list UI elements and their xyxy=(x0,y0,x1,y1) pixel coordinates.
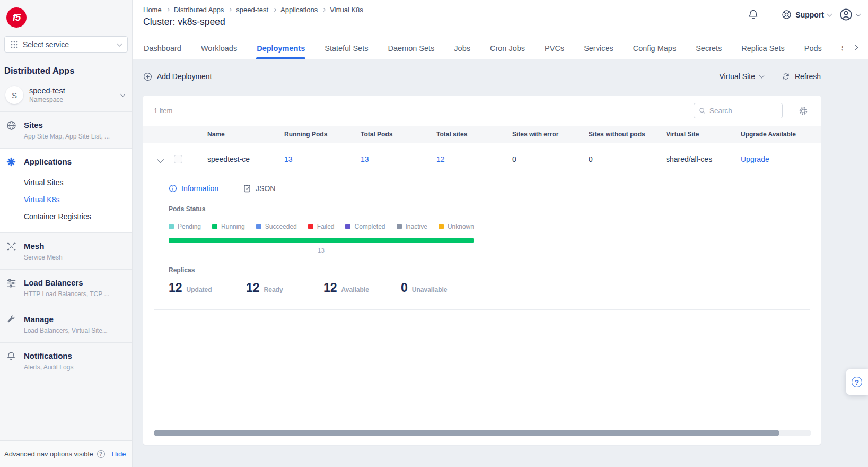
sidebar-nav: Sites App Site Map, App Site List, ... A… xyxy=(0,111,132,379)
total-sites-link[interactable]: 12 xyxy=(436,143,445,175)
horizontal-scrollbar-track[interactable] xyxy=(154,430,811,436)
chevron-down-icon xyxy=(117,41,122,46)
sidebar-item-label: Applications xyxy=(24,157,91,167)
chevron-right-icon xyxy=(166,7,170,11)
total-pods-link[interactable]: 13 xyxy=(361,143,369,175)
table-settings-gear-icon[interactable] xyxy=(799,106,808,116)
col-sites-with-error: Sites with error xyxy=(512,126,558,143)
refresh-label: Refresh xyxy=(795,72,821,81)
sidebar-item-sites[interactable]: Sites App Site Map, App Site List, ... xyxy=(0,112,132,149)
chevron-down-icon xyxy=(120,92,126,97)
tab-dashboard[interactable]: Dashboard xyxy=(143,38,182,59)
tab-jobs[interactable]: Jobs xyxy=(453,38,471,59)
namespace-avatar: S xyxy=(5,86,23,104)
notifications-bell-button[interactable] xyxy=(748,9,759,20)
legend-swatch xyxy=(212,224,217,229)
row-detail-panel: Information JSON Pods Status Pending xyxy=(154,175,810,310)
mesh-icon xyxy=(6,241,17,262)
row-expand-chevron[interactable] xyxy=(157,156,164,163)
tab-pvcs[interactable]: PVCs xyxy=(544,38,565,59)
sidebar-item-applications[interactable]: Applications Virtual Sites Virtual K8s C… xyxy=(0,149,132,233)
legend-item-pending: Pending xyxy=(169,223,201,230)
row-checkbox[interactable] xyxy=(174,155,182,163)
tab-secrets[interactable]: Secrets xyxy=(695,38,722,59)
chevron-right-icon xyxy=(228,7,232,11)
table-toolbar: 1 item xyxy=(143,96,821,126)
globe-icon xyxy=(6,120,17,141)
tab-stateful-sets[interactable]: Stateful Sets xyxy=(324,38,369,59)
legend-label: Unknown xyxy=(448,223,474,230)
legend-item-completed: Completed xyxy=(345,223,385,230)
sidebar-item-subtitle: Service Mesh xyxy=(24,254,63,262)
select-service-dropdown[interactable]: Select service xyxy=(4,36,128,53)
sidebar-item-notifications[interactable]: Notifications Alerts, Audit Logs xyxy=(0,343,132,379)
chevron-right-icon xyxy=(853,45,858,50)
tab-services[interactable]: Services xyxy=(583,38,614,59)
col-total-sites: Total sites xyxy=(436,126,467,143)
page-title: Cluster: vk8s-speed xyxy=(143,16,225,28)
chevron-down-icon xyxy=(759,73,765,79)
tab-replica-sets[interactable]: Replica Sets xyxy=(741,38,785,59)
detail-tab-information[interactable]: Information xyxy=(169,184,218,193)
tab-config-maps[interactable]: Config Maps xyxy=(633,38,677,59)
running-pods-link[interactable]: 13 xyxy=(284,143,293,175)
stat-label: Ready xyxy=(264,286,283,293)
wrench-icon xyxy=(6,315,17,335)
legend-swatch xyxy=(439,224,444,229)
hide-link[interactable]: Hide xyxy=(112,450,126,458)
divider xyxy=(770,9,770,21)
sidebar-item-subtitle: Load Balancers, Virtual Site... xyxy=(24,327,108,335)
sidebar-item-virtual-sites[interactable]: Virtual Sites xyxy=(24,174,91,191)
tab-cron-jobs[interactable]: Cron Jobs xyxy=(489,38,525,59)
sidebar-item-mesh[interactable]: Mesh Service Mesh xyxy=(0,233,132,270)
sidebar-item-load-balancers[interactable]: Load Balancers HTTP Load Balancers, TCP … xyxy=(0,270,132,306)
select-service-label: Select service xyxy=(23,40,69,49)
breadcrumb-namespace[interactable]: speed-test xyxy=(236,6,268,14)
upgrade-link[interactable]: Upgrade xyxy=(741,143,769,175)
legend-label: Succeeded xyxy=(265,223,297,230)
breadcrumb-virtual-k8s[interactable]: Virtual K8s xyxy=(330,6,363,14)
question-mark-icon: ? xyxy=(852,377,862,387)
add-deployment-label: Add Deployment xyxy=(157,72,212,81)
legend-item-unknown: Unknown xyxy=(439,223,474,230)
advanced-nav-label: Advanced nav options visible xyxy=(4,450,93,458)
sidebar-item-virtual-k8s[interactable]: Virtual K8s xyxy=(24,191,91,208)
user-avatar-icon xyxy=(839,8,853,21)
tab-workloads[interactable]: Workloads xyxy=(200,38,238,59)
add-deployment-button[interactable]: Add Deployment xyxy=(143,72,212,81)
stat-value: 12 xyxy=(323,281,337,295)
breadcrumb-home[interactable]: Home xyxy=(143,6,162,14)
account-menu[interactable] xyxy=(839,8,860,21)
life-ring-icon xyxy=(782,10,792,20)
header-actions: Support xyxy=(748,8,860,21)
breadcrumb-applications[interactable]: Applications xyxy=(280,6,318,14)
stat-ready: 12 Ready xyxy=(246,281,323,295)
sidebar-item-manage[interactable]: Manage Load Balancers, Virtual Site... xyxy=(0,306,132,343)
sidebar-item-container-registries[interactable]: Container Registries xyxy=(24,208,91,225)
stat-label: Available xyxy=(341,286,369,293)
virtual-site-dropdown[interactable]: Virtual Site xyxy=(720,72,764,81)
chevron-right-icon xyxy=(273,7,276,11)
namespace-selector[interactable]: S speed-test Namespace xyxy=(3,83,129,111)
legend-item-failed: Failed xyxy=(308,223,335,230)
sites-without-pods-value: 0 xyxy=(589,143,593,175)
refresh-button[interactable]: Refresh xyxy=(782,72,821,81)
sidebar-item-label: Manage xyxy=(24,314,108,325)
info-circle-icon xyxy=(169,184,177,193)
table-header-row: Name Running Pods Total Pods Total sites… xyxy=(143,126,821,143)
pods-status-title: Pods Status xyxy=(169,205,810,213)
stat-available: 12 Available xyxy=(323,281,401,295)
search-input[interactable] xyxy=(709,107,777,115)
tab-daemon-sets[interactable]: Daemon Sets xyxy=(387,38,435,59)
tab-pods[interactable]: Pods xyxy=(804,38,822,59)
grid-icon xyxy=(11,41,18,48)
tab-deployments[interactable]: Deployments xyxy=(256,38,305,59)
detail-tab-json[interactable]: JSON xyxy=(243,184,275,193)
help-floating-button[interactable]: ? xyxy=(846,369,868,395)
legend-item-running: Running xyxy=(212,223,245,230)
tabs-scroll-right-button[interactable] xyxy=(843,38,868,59)
breadcrumb-distributed-apps[interactable]: Distributed Apps xyxy=(174,6,224,14)
horizontal-scrollbar-thumb[interactable] xyxy=(154,430,779,436)
support-menu[interactable]: Support xyxy=(782,10,831,20)
help-circle-icon[interactable]: ? xyxy=(97,450,105,458)
